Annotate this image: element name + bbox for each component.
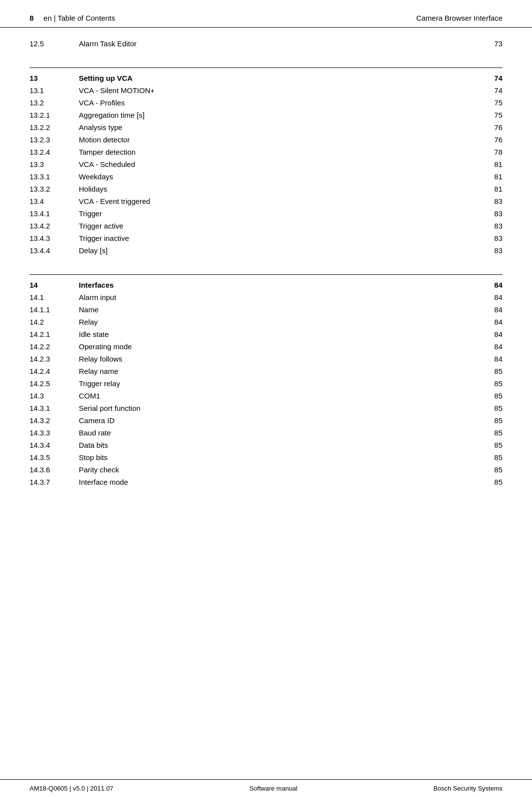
toc-entry-page: 84 xyxy=(494,355,502,363)
toc-entry-page: 74 xyxy=(494,74,502,82)
toc-entry-number: 14.3.7 xyxy=(30,478,64,486)
toc-row: 13.4.2Trigger active83 xyxy=(30,220,502,232)
toc-entry-number: 13.2.1 xyxy=(30,111,64,119)
toc-entry-title: COM1 xyxy=(79,392,100,400)
toc-entry-left: 14.3COM1 xyxy=(30,392,100,400)
toc-entry-title: Serial port function xyxy=(79,404,140,412)
toc-entry-number: 14.2.3 xyxy=(30,355,64,363)
toc-row: 14.2.5Trigger relay85 xyxy=(30,377,502,390)
toc-entry-page: 83 xyxy=(494,246,502,255)
toc-entry-number: 13.4.4 xyxy=(30,246,64,255)
toc-entry-title: Trigger active xyxy=(79,222,123,230)
toc-entry-left: 14.3.5Stop bits xyxy=(30,453,107,462)
toc-entry-left: 14.3.1Serial port function xyxy=(30,404,140,412)
toc-entry-page: 85 xyxy=(494,441,502,449)
toc-row: 13.2.4Tamper detection78 xyxy=(30,146,502,158)
toc-entry-page: 75 xyxy=(494,99,502,107)
page: 8 en | Table of Contents Camera Browser … xyxy=(0,0,532,797)
toc-entry-title: Name xyxy=(79,305,99,314)
toc-entry-number: 13 xyxy=(30,74,64,82)
header-left: 8 en | Table of Contents xyxy=(30,14,115,22)
toc-entry-title: Baud rate xyxy=(79,429,111,437)
toc-row: 14.3.2Camera ID85 xyxy=(30,414,502,427)
section-divider xyxy=(30,274,502,275)
toc-entry-title: Trigger xyxy=(79,209,102,218)
toc-entry-number: 13.4 xyxy=(30,197,64,205)
toc-entry-left: 14.3.3Baud rate xyxy=(30,429,111,437)
toc-entry-left: 13.1VCA - Silent MOTION+ xyxy=(30,86,155,95)
toc-content: 12.5Alarm Task Editor7313Setting up VCA7… xyxy=(0,28,532,528)
toc-row: 14.2Relay84 xyxy=(30,316,502,328)
toc-row: 14Interfaces84 xyxy=(30,279,502,291)
toc-entry-left: 14.2.3Relay follows xyxy=(30,355,122,363)
toc-entry-number: 14.1.1 xyxy=(30,305,64,314)
toc-entry-left: 14.2.5Trigger relay xyxy=(30,379,120,388)
toc-entry-number: 14.2 xyxy=(30,318,64,326)
toc-entry-number: 14 xyxy=(30,281,64,289)
toc-entry-page: 85 xyxy=(494,367,502,375)
toc-entry-left: 13.2.2Analysis type xyxy=(30,123,122,132)
toc-entry-title: Trigger inactive xyxy=(79,234,129,242)
toc-entry-title: VCA - Event triggered xyxy=(79,197,150,205)
toc-entry-left: 14.3.6Parity check xyxy=(30,465,119,474)
toc-entry-title: Alarm input xyxy=(79,293,116,301)
toc-entry-left: 14.1Alarm input xyxy=(30,293,116,301)
toc-entry-page: 85 xyxy=(494,392,502,400)
toc-entry-number: 14.3.2 xyxy=(30,416,64,425)
toc-row: 13.2.3Motion detector76 xyxy=(30,133,502,146)
toc-entry-left: 13.4.4Delay [s] xyxy=(30,246,107,255)
toc-entry-left: 14.3.4Data bits xyxy=(30,441,108,449)
toc-entry-page: 78 xyxy=(494,148,502,156)
toc-entry-page: 85 xyxy=(494,453,502,462)
toc-row: 13.4VCA - Event triggered83 xyxy=(30,195,502,207)
toc-entry-page: 81 xyxy=(494,160,502,168)
toc-row: 12.5Alarm Task Editor73 xyxy=(30,37,502,50)
toc-entry-number: 13.3 xyxy=(30,160,64,168)
toc-row: 14.3.7Interface mode85 xyxy=(30,476,502,488)
toc-entry-page: 76 xyxy=(494,123,502,132)
toc-row: 14.3.3Baud rate85 xyxy=(30,427,502,439)
toc-entry-title: Interfaces xyxy=(79,281,114,289)
spacer xyxy=(30,50,502,59)
toc-entry-number: 12.5 xyxy=(30,39,64,48)
toc-entry-page: 85 xyxy=(494,416,502,425)
toc-entry-title: VCA - Profiles xyxy=(79,99,125,107)
toc-entry-number: 14.3.4 xyxy=(30,441,64,449)
toc-entry-title: Parity check xyxy=(79,465,119,474)
toc-entry-number: 13.2.2 xyxy=(30,123,64,132)
toc-entry-title: Relay follows xyxy=(79,355,122,363)
toc-entry-title: Stop bits xyxy=(79,453,107,462)
toc-entry-left: 13.3VCA - Scheduled xyxy=(30,160,135,168)
header-product-label: Camera Browser Interface xyxy=(416,14,502,22)
footer-right: Bosch Security Systems xyxy=(433,785,502,792)
toc-row: 14.3.6Parity check85 xyxy=(30,464,502,476)
toc-entry-number: 14.2.2 xyxy=(30,342,64,351)
toc-entry-page: 83 xyxy=(494,197,502,205)
toc-entry-title: Alarm Task Editor xyxy=(79,39,136,48)
toc-entry-title: Aggregation time [s] xyxy=(79,111,144,119)
toc-entry-left: 13.4.3Trigger inactive xyxy=(30,234,129,242)
toc-entry-number: 14.3 xyxy=(30,392,64,400)
toc-entry-number: 14.3.3 xyxy=(30,429,64,437)
toc-entry-page: 84 xyxy=(494,281,502,289)
toc-entry-page: 84 xyxy=(494,342,502,351)
toc-entry-title: Camera ID xyxy=(79,416,115,425)
toc-row: 14.2.2Operating mode84 xyxy=(30,340,502,353)
section-divider xyxy=(30,67,502,68)
toc-row: 13.2.1Aggregation time [s]75 xyxy=(30,109,502,121)
toc-entry-title: Data bits xyxy=(79,441,108,449)
toc-entry-title: Motion detector xyxy=(79,135,130,144)
toc-entry-title: Trigger relay xyxy=(79,379,120,388)
toc-entry-title: VCA - Scheduled xyxy=(79,160,135,168)
toc-row: 13.1VCA - Silent MOTION+74 xyxy=(30,84,502,97)
toc-entry-title: Relay xyxy=(79,318,98,326)
toc-entry-number: 14.3.1 xyxy=(30,404,64,412)
toc-entry-page: 85 xyxy=(494,404,502,412)
toc-entry-title: Relay name xyxy=(79,367,118,375)
toc-entry-title: Operating mode xyxy=(79,342,132,351)
toc-row: 14.2.3Relay follows84 xyxy=(30,353,502,365)
toc-entry-title: VCA - Silent MOTION+ xyxy=(79,86,155,95)
toc-entry-number: 13.2 xyxy=(30,99,64,107)
toc-entry-left: 13.3.2Holidays xyxy=(30,185,107,193)
toc-entry-title: Analysis type xyxy=(79,123,122,132)
